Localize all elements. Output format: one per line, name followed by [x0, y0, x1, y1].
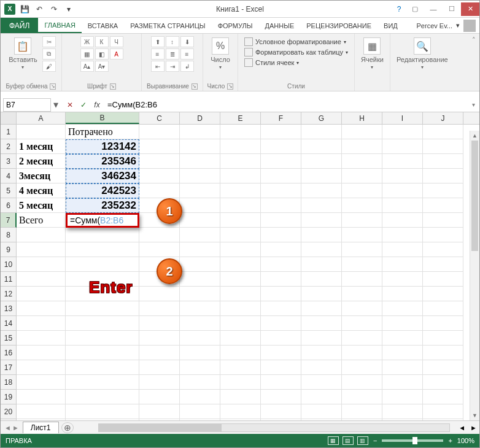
wrap-text-button[interactable]: ↲	[180, 61, 194, 72]
number-format-button[interactable]: % Число ▾	[207, 36, 234, 71]
cell-I20[interactable]	[382, 404, 423, 419]
cell-H15[interactable]	[342, 331, 382, 346]
row-header-16[interactable]: 16	[1, 346, 17, 360]
row-header-20[interactable]: 20	[1, 404, 17, 419]
cell-H11[interactable]	[342, 272, 382, 287]
cell-B7[interactable]: =Сумм(B2:B6	[66, 213, 139, 228]
cell-styles-button[interactable]: Стили ячеек▾	[244, 58, 348, 67]
format-painter-button[interactable]: 🖌	[42, 61, 56, 72]
horizontal-scrollbar[interactable]	[98, 423, 451, 432]
cell-J12[interactable]	[423, 287, 463, 301]
cell-J3[interactable]	[423, 154, 463, 169]
cell-A17[interactable]	[17, 360, 66, 375]
align-bottom-button[interactable]: ⬇	[180, 36, 194, 47]
tab-formulas[interactable]: ФОРМУЛЫ	[212, 18, 259, 33]
cell-I18[interactable]	[382, 375, 423, 390]
row-header-6[interactable]: 6	[1, 198, 17, 213]
cell-F18[interactable]	[261, 375, 301, 390]
cell-E17[interactable]	[220, 360, 261, 375]
cell-G15[interactable]	[301, 331, 342, 346]
cell-B14[interactable]	[66, 316, 139, 331]
cell-E8[interactable]	[220, 228, 261, 242]
cell-B10[interactable]	[66, 257, 139, 272]
cell-A13[interactable]	[17, 301, 66, 316]
cell-D15[interactable]	[180, 331, 220, 346]
cell-B3[interactable]: 235346	[66, 154, 139, 169]
cell-D8[interactable]	[180, 228, 220, 242]
column-header-J[interactable]: J	[423, 112, 463, 124]
select-all-button[interactable]	[1, 112, 17, 124]
cell-D13[interactable]	[180, 301, 220, 316]
cell-B8[interactable]	[66, 228, 139, 242]
cell-D2[interactable]	[180, 139, 220, 154]
cell-G17[interactable]	[301, 360, 342, 375]
cell-I14[interactable]	[382, 316, 423, 331]
cell-B4[interactable]: 346234	[66, 169, 139, 183]
zoom-in-button[interactable]: +	[448, 437, 452, 444]
align-top-button[interactable]: ⬆	[151, 36, 165, 47]
cell-E3[interactable]	[220, 154, 261, 169]
cancel-formula-button[interactable]: ✕	[63, 99, 77, 111]
enter-formula-button[interactable]: ✓	[77, 99, 90, 111]
cells-dropdown-icon[interactable]: ▾	[371, 64, 373, 70]
row-header-14[interactable]: 14	[1, 316, 17, 331]
hscroll-thumb[interactable]	[99, 424, 222, 431]
cell-D12[interactable]	[180, 287, 220, 301]
cell-A16[interactable]	[17, 346, 66, 360]
cell-A9[interactable]	[17, 242, 66, 257]
cell-F8[interactable]	[261, 228, 301, 242]
column-header-C[interactable]: C	[139, 112, 180, 124]
cell-I5[interactable]	[382, 183, 423, 198]
zoom-out-button[interactable]: −	[373, 437, 377, 444]
cell-J2[interactable]	[423, 139, 463, 154]
cell-J7[interactable]	[423, 213, 463, 228]
row-header-12[interactable]: 12	[1, 287, 17, 301]
alignment-launcher[interactable]: ↘	[192, 83, 198, 90]
cell-H19[interactable]	[342, 390, 382, 404]
cell-G1[interactable]	[301, 125, 342, 139]
cell-D3[interactable]	[180, 154, 220, 169]
column-header-D[interactable]: D	[180, 112, 220, 124]
row-header-3[interactable]: 3	[1, 154, 17, 169]
row-header-1[interactable]: 1	[1, 125, 17, 139]
align-center-button[interactable]: ≣	[166, 48, 179, 60]
cell-I11[interactable]	[382, 272, 423, 287]
cell-B17[interactable]	[66, 360, 139, 375]
cell-E7[interactable]	[220, 213, 261, 228]
cell-E15[interactable]	[220, 331, 261, 346]
cell-G8[interactable]	[301, 228, 342, 242]
cell-D10[interactable]	[180, 257, 220, 272]
hscroll-right-button[interactable]: ►	[468, 424, 479, 431]
paste-dropdown-icon[interactable]: ▾	[21, 64, 24, 70]
cell-G7[interactable]	[301, 213, 342, 228]
new-sheet-button[interactable]: ⊕	[61, 422, 74, 433]
cell-E11[interactable]	[220, 272, 261, 287]
cell-C8[interactable]	[139, 228, 180, 242]
cell-F10[interactable]	[261, 257, 301, 272]
close-button[interactable]: ✕	[461, 2, 479, 16]
user-name[interactable]: Percev Ev...	[417, 22, 452, 29]
row-header-15[interactable]: 15	[1, 331, 17, 346]
align-middle-button[interactable]: ↕	[166, 36, 179, 47]
cell-J16[interactable]	[423, 346, 463, 360]
cell-B13[interactable]	[66, 301, 139, 316]
cell-C15[interactable]	[139, 331, 180, 346]
save-button[interactable]: 💾	[18, 2, 31, 16]
cell-J17[interactable]	[423, 360, 463, 375]
cell-A18[interactable]	[17, 375, 66, 390]
cell-D1[interactable]	[180, 125, 220, 139]
cell-G3[interactable]	[301, 154, 342, 169]
sheet-tab-active[interactable]: Лист1	[23, 422, 59, 433]
row-header-8[interactable]: 8	[1, 228, 17, 242]
cell-G9[interactable]	[301, 242, 342, 257]
cell-G19[interactable]	[301, 390, 342, 404]
cell-E13[interactable]	[220, 301, 261, 316]
cell-J20[interactable]	[423, 404, 463, 419]
column-header-E[interactable]: E	[220, 112, 261, 124]
cell-E18[interactable]	[220, 375, 261, 390]
paste-button[interactable]: 📋 Вставить ▾	[6, 36, 40, 71]
cell-C9[interactable]	[139, 242, 180, 257]
cell-H1[interactable]	[342, 125, 382, 139]
cell-J8[interactable]	[423, 228, 463, 242]
editing-dropdown-icon[interactable]: ▾	[421, 64, 424, 70]
